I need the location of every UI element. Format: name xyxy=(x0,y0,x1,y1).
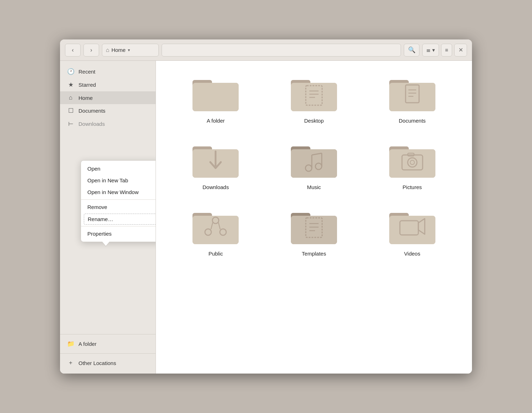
titlebar: ‹ › ⌂ Home ▾ 🔍 ≣ ▾ ≡ ✕ xyxy=(60,39,472,61)
folder-svg-documents xyxy=(389,75,435,114)
file-item-templates[interactable]: Templates xyxy=(268,204,360,260)
file-item-documents[interactable]: Documents xyxy=(367,71,458,127)
home-nav-icon: ⌂ xyxy=(67,94,74,101)
sidebar-item-afolder[interactable]: 📁 A folder xyxy=(60,337,156,350)
file-area: A folder Desktop xyxy=(156,61,472,374)
folder-svg-templates xyxy=(291,208,337,247)
view-dropdown-icon: ▾ xyxy=(432,47,435,53)
svg-rect-2 xyxy=(192,83,239,111)
sidebar-divider-1 xyxy=(60,334,156,334)
file-label-downloads: Downloads xyxy=(202,184,229,190)
sidebar-divider-2 xyxy=(60,353,156,354)
star-icon: ★ xyxy=(67,81,74,88)
folder-nav-icon: 📁 xyxy=(67,340,74,348)
folder-svg-music xyxy=(291,141,337,181)
sidebar-item-documents-label: Documents xyxy=(78,108,105,114)
folder-svg-desktop xyxy=(291,75,337,114)
svg-rect-53 xyxy=(389,216,435,244)
file-grid: A folder Desktop xyxy=(170,71,458,260)
folder-svg-pictures xyxy=(389,141,435,181)
ctx-open-new-window[interactable]: Open in New Window xyxy=(81,186,156,198)
file-label-pictures: Pictures xyxy=(403,184,422,190)
folder-svg-afolder xyxy=(192,75,239,114)
location-text: Home xyxy=(112,47,126,53)
file-item-music[interactable]: Music xyxy=(268,138,360,194)
ctx-open[interactable]: Open xyxy=(81,163,156,175)
svg-rect-46 xyxy=(291,216,337,244)
main-content: 🕐 Recent ★ Starred ⌂ Home ☐ Documents ⊢ … xyxy=(60,61,472,374)
ctx-separator-1 xyxy=(81,199,156,200)
svg-rect-12 xyxy=(389,83,435,111)
sidebar-item-downloads[interactable]: ⊢ Downloads xyxy=(60,117,156,130)
sidebar-item-documents[interactable]: ☐ Documents xyxy=(60,104,156,117)
file-item-public[interactable]: Public xyxy=(170,204,261,260)
ctx-properties[interactable]: Properties xyxy=(81,228,156,240)
file-label-desktop: Desktop xyxy=(304,118,324,124)
file-label-afolder: A folder xyxy=(207,118,225,124)
sidebar: 🕐 Recent ★ Starred ⌂ Home ☐ Documents ⊢ … xyxy=(60,61,156,374)
sidebar-item-home-label: Home xyxy=(78,95,93,101)
document-icon: ☐ xyxy=(67,107,74,114)
sidebar-item-other-locations-label: Other Locations xyxy=(78,360,116,366)
ctx-separator-2 xyxy=(81,226,156,226)
folder-svg-public xyxy=(192,208,239,247)
file-label-music: Music xyxy=(307,184,321,190)
view-list-button[interactable]: ≣ ▾ xyxy=(422,44,439,57)
view-list-icon: ≣ xyxy=(426,47,431,53)
hamburger-icon: ≡ xyxy=(445,47,448,53)
folder-svg-videos xyxy=(389,208,435,247)
clock-icon: 🕐 xyxy=(67,68,74,75)
sidebar-item-home[interactable]: ⌂ Home xyxy=(60,91,156,104)
close-button[interactable]: ✕ xyxy=(454,44,467,57)
svg-rect-23 xyxy=(291,149,337,178)
sidebar-item-recent-label: Recent xyxy=(78,69,96,75)
forward-button[interactable]: › xyxy=(83,44,99,57)
menu-button[interactable]: ≡ xyxy=(441,44,452,57)
back-button[interactable]: ‹ xyxy=(65,44,81,57)
location-bar: ⌂ Home ▾ xyxy=(102,44,159,57)
search-input[interactable] xyxy=(162,44,401,57)
file-manager-window: ‹ › ⌂ Home ▾ 🔍 ≣ ▾ ≡ ✕ 🕐 Recent xyxy=(60,39,472,374)
sidebar-item-starred[interactable]: ★ Starred xyxy=(60,78,156,91)
sidebar-item-starred-label: Starred xyxy=(78,82,96,88)
search-button[interactable]: 🔍 xyxy=(404,44,419,57)
file-item-pictures[interactable]: Pictures xyxy=(367,138,458,194)
ctx-open-new-tab[interactable]: Open in New Tab xyxy=(81,175,156,186)
sidebar-item-other-locations[interactable]: + Other Locations xyxy=(60,356,156,369)
context-menu: Open Open in New Tab Open in New Window … xyxy=(81,160,156,242)
close-icon: ✕ xyxy=(458,47,463,53)
file-label-templates: Templates xyxy=(302,251,326,257)
file-label-documents: Documents xyxy=(399,118,426,124)
file-item-downloads[interactable]: Downloads xyxy=(170,138,261,194)
file-item-videos[interactable]: Videos xyxy=(367,204,458,260)
file-item-afolder[interactable]: A folder xyxy=(170,71,261,127)
download-nav-icon: ⊢ xyxy=(67,120,74,128)
sidebar-item-recent[interactable]: 🕐 Recent xyxy=(60,65,156,78)
toolbar-right: ≣ ▾ ≡ ✕ xyxy=(422,44,467,57)
sidebar-item-afolder-label: A folder xyxy=(78,341,97,347)
home-icon: ⌂ xyxy=(106,47,109,53)
folder-svg-downloads xyxy=(192,141,239,181)
ctx-remove[interactable]: Remove xyxy=(81,201,156,213)
file-item-desktop[interactable]: Desktop xyxy=(268,71,360,127)
file-label-public: Public xyxy=(208,251,223,257)
ctx-rename[interactable]: Rename… xyxy=(84,214,156,225)
plus-icon: + xyxy=(67,359,74,366)
svg-rect-38 xyxy=(192,216,239,244)
chevron-down-icon[interactable]: ▾ xyxy=(128,48,130,53)
file-label-videos: Videos xyxy=(404,251,420,257)
sidebar-item-downloads-label: Downloads xyxy=(78,121,105,127)
